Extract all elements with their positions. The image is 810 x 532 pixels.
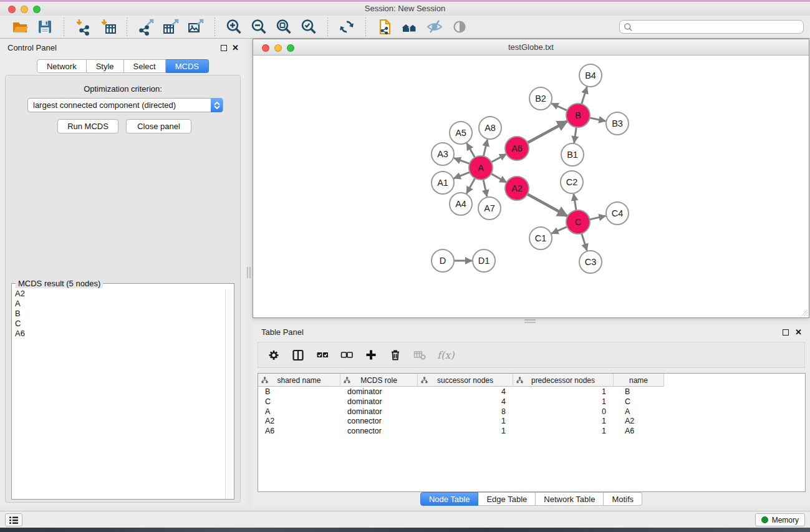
graph-edge-B-B3[interactable] [589, 118, 606, 122]
run-mcds-button[interactable]: Run MCDS [57, 119, 118, 133]
delete-columns-icon[interactable] [388, 348, 402, 362]
tab-edge-table[interactable]: Edge Table [478, 492, 536, 506]
float-panel-icon[interactable] [221, 45, 227, 51]
optimization-criterion-label: Optimization criterion: [6, 84, 240, 94]
import-table-icon[interactable] [95, 17, 120, 37]
import-network-icon[interactable] [70, 17, 95, 37]
app-titlebar[interactable]: Session: New Session [0, 2, 810, 16]
graph-edge-C-C3[interactable] [581, 233, 587, 251]
graph-node-A7[interactable]: A7 [478, 197, 501, 220]
clone-network-icon[interactable] [372, 17, 397, 37]
graph-node-C[interactable]: C [566, 210, 590, 234]
graph-node-A4[interactable]: A4 [450, 193, 472, 215]
resize-grip-icon[interactable] [799, 308, 808, 317]
graph-node-B4[interactable]: B4 [579, 64, 602, 87]
graph-edge-A-A1[interactable] [454, 172, 471, 178]
graph-edge-C-C2[interactable] [574, 194, 576, 211]
graph-node-D1[interactable]: D1 [473, 249, 495, 272]
export-table-icon[interactable] [158, 17, 183, 37]
graph-node-A2[interactable]: A2 [505, 177, 529, 200]
graph-node-C3[interactable]: C3 [579, 251, 602, 273]
graph-edge-A-A5[interactable] [466, 143, 475, 158]
show-hide-annotations-icon[interactable] [447, 17, 472, 37]
graph-node-C2[interactable]: C2 [561, 171, 583, 193]
column-header-predecessor-nodes[interactable]: predecessor nodes [513, 374, 614, 387]
table-row[interactable]: Cdominator41C [258, 397, 805, 407]
open-file-icon[interactable] [7, 17, 32, 37]
tab-network[interactable]: Network [37, 59, 87, 73]
graph-edge-B-B2[interactable] [551, 104, 567, 111]
graph-node-A8[interactable]: A8 [479, 117, 501, 139]
column-visibility-icon[interactable] [291, 348, 305, 362]
deselect-all-rows-icon[interactable] [340, 348, 354, 362]
column-header-name[interactable]: name [614, 374, 664, 387]
graph-node-C1[interactable]: C1 [529, 227, 552, 249]
select-all-rows-icon[interactable] [316, 348, 329, 362]
zoom-in-icon[interactable] [221, 17, 246, 37]
vertical-splitter-grip[interactable] [247, 267, 251, 278]
optimization-criterion-select[interactable]: largest connected component (directed) [27, 98, 223, 112]
zoom-out-icon[interactable] [246, 17, 271, 37]
zoom-selected-icon[interactable] [296, 17, 321, 37]
task-history-button[interactable] [5, 513, 22, 526]
graph-edge-B-B1[interactable] [574, 127, 577, 143]
graph-node-B2[interactable]: B2 [529, 87, 552, 110]
table-row[interactable]: Adominator80A [258, 407, 805, 417]
graph-node-A[interactable]: A [469, 156, 493, 180]
delete-table-icon[interactable] [413, 348, 427, 362]
graph-edge-C-C1[interactable] [551, 226, 567, 233]
column-header-MCDS-role[interactable]: MCDS role [340, 374, 418, 387]
search-input[interactable] [619, 20, 804, 34]
export-image-icon[interactable] [183, 17, 208, 37]
graph-edge-A2-C[interactable] [527, 194, 568, 216]
horizontal-splitter-grip[interactable] [524, 319, 536, 323]
graph-edge-A-A7[interactable] [483, 179, 487, 197]
close-panel-button[interactable]: Close panel [126, 119, 191, 133]
zoom-fit-icon[interactable] [271, 17, 296, 37]
graph-node-A5[interactable]: A5 [450, 122, 472, 144]
graph-edge-A-A2[interactable] [491, 173, 507, 183]
graph-edge-C-C4[interactable] [589, 216, 606, 220]
tab-select[interactable]: Select [124, 59, 166, 73]
tab-motifs[interactable]: Motifs [604, 492, 642, 506]
graph-node-A3[interactable]: A3 [432, 143, 454, 165]
result-scrollbar[interactable] [225, 289, 233, 498]
memory-button[interactable]: Memory [755, 513, 805, 526]
graph-node-B3[interactable]: B3 [606, 112, 629, 135]
graph-edge-A-A4[interactable] [466, 178, 475, 194]
table-row[interactable]: Bdominator41B [258, 387, 805, 397]
tab-style[interactable]: Style [87, 59, 124, 73]
show-hide-graphics-details-icon[interactable] [422, 17, 447, 37]
network-canvas[interactable]: B4B2BB3A8A5A6B1A3AC2A1A2A4A7C4CC1C3DD1 [253, 56, 809, 317]
graph-node-A6[interactable]: A6 [505, 137, 529, 160]
tab-node-table[interactable]: Node Table [420, 492, 479, 506]
graph-node-B1[interactable]: B1 [561, 143, 584, 166]
refresh-layout-icon[interactable] [334, 17, 359, 37]
graph-node-C4[interactable]: C4 [606, 202, 629, 225]
graph-edge-A-A8[interactable] [483, 139, 488, 157]
graph-edge-A6-B[interactable] [527, 121, 567, 143]
graph-node-D[interactable]: D [432, 249, 454, 272]
save-session-icon[interactable] [32, 17, 57, 37]
graph-node-A1[interactable]: A1 [432, 172, 454, 194]
tab-mcds[interactable]: MCDS [166, 59, 209, 73]
function-builder-icon[interactable]: f(x) [437, 348, 454, 362]
mcds-result-list[interactable]: A2ABCA6 [14, 289, 224, 498]
network-window-titlebar[interactable]: testGlobe.txt [253, 39, 809, 56]
export-network-icon[interactable] [133, 17, 158, 37]
table-options-icon[interactable] [267, 348, 281, 362]
tab-network-table[interactable]: Network Table [536, 492, 604, 506]
close-table-panel-icon[interactable]: ✕ [795, 326, 802, 339]
graph-edge-A-A3[interactable] [454, 158, 470, 163]
float-table-panel-icon[interactable] [783, 329, 789, 336]
column-header-shared-name[interactable]: shared name [258, 374, 340, 387]
graph-node-B[interactable]: B [566, 104, 590, 127]
add-column-icon[interactable] [364, 348, 378, 362]
table-row[interactable]: A2connector11A2 [258, 417, 805, 427]
first-neighbors-icon[interactable] [397, 17, 422, 37]
graph-edge-A-A6[interactable] [491, 154, 506, 163]
table-row[interactable]: A6connector11A6 [258, 427, 805, 437]
column-header-successor-nodes[interactable]: successor nodes [418, 374, 513, 387]
close-panel-icon[interactable]: ✕ [232, 41, 239, 55]
graph-edge-B-B4[interactable] [581, 87, 587, 105]
